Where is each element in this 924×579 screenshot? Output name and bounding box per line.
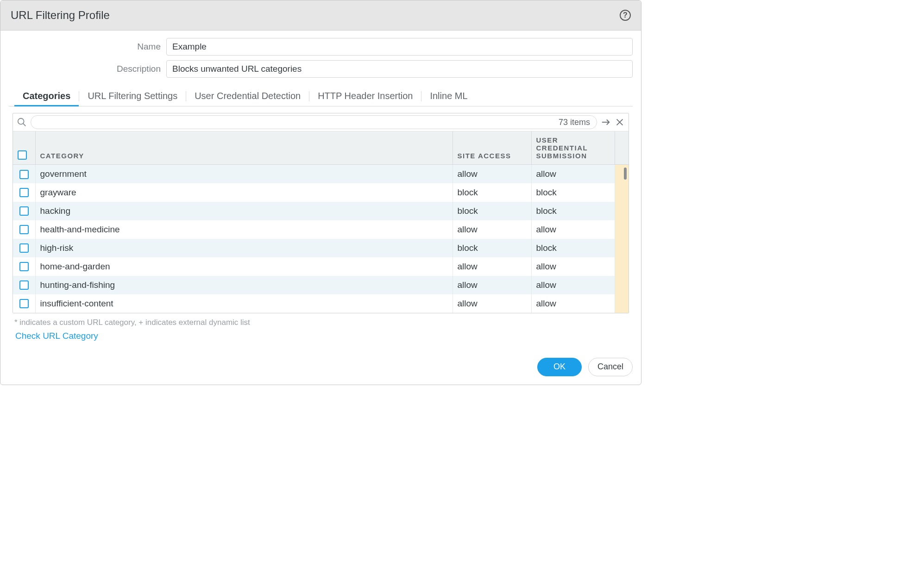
table-row[interactable]: graywareblockblock	[13, 183, 629, 202]
site-access-cell[interactable]: allow	[453, 220, 531, 239]
ok-button[interactable]: OK	[537, 358, 582, 376]
category-cell: insufficient-content	[35, 294, 453, 313]
user-credential-submission-cell[interactable]: block	[531, 239, 615, 257]
category-cell: home-and-garden	[35, 257, 453, 276]
form-row-name: Name	[9, 38, 633, 56]
arrow-right-icon[interactable]	[601, 117, 611, 127]
user-credential-submission-cell[interactable]: block	[531, 202, 615, 220]
tab-categories[interactable]: Categories	[14, 86, 79, 106]
user-credential-submission-cell[interactable]: allow	[531, 276, 615, 294]
search-input[interactable]: 73 items	[31, 115, 597, 129]
site-access-cell[interactable]: allow	[453, 276, 531, 294]
row-select-cell	[13, 165, 35, 183]
clear-icon[interactable]	[615, 117, 625, 127]
site-access-cell[interactable]: allow	[453, 294, 531, 313]
category-cell: hacking	[35, 202, 453, 220]
site-access-cell[interactable]: block	[453, 183, 531, 202]
dialog-body: Name Description Categories URL Filterin…	[0, 31, 641, 350]
site-access-cell[interactable]: allow	[453, 165, 531, 183]
table-row[interactable]: governmentallowallow	[13, 165, 629, 183]
tab-inline-ml[interactable]: Inline ML	[421, 86, 476, 106]
tab-user-credential-detection[interactable]: User Credential Detection	[186, 86, 309, 106]
row-checkbox[interactable]	[19, 206, 29, 216]
table-row[interactable]: insufficient-contentallowallow	[13, 294, 629, 313]
url-filtering-profile-dialog: URL Filtering Profile ? Name Description…	[0, 0, 641, 385]
row-checkbox[interactable]	[19, 299, 29, 308]
scroll-gutter[interactable]	[615, 276, 629, 294]
svg-point-0	[18, 118, 24, 125]
row-checkbox[interactable]	[19, 188, 29, 197]
form-row-description: Description	[9, 60, 633, 78]
row-select-cell	[13, 257, 35, 276]
cancel-button[interactable]: Cancel	[588, 358, 633, 376]
row-select-cell	[13, 183, 35, 202]
row-select-cell	[13, 239, 35, 257]
help-icon[interactable]: ?	[620, 10, 631, 21]
row-select-cell	[13, 276, 35, 294]
tab-url-filtering-settings[interactable]: URL Filtering Settings	[79, 86, 186, 106]
table-row[interactable]: health-and-medicineallowallow	[13, 220, 629, 239]
dialog-header: URL Filtering Profile ?	[0, 0, 641, 31]
site-access-cell[interactable]: block	[453, 239, 531, 257]
search-bar: 73 items	[13, 113, 629, 131]
table-row[interactable]: hunting-and-fishingallowallow	[13, 276, 629, 294]
item-count-label: 73 items	[559, 118, 590, 127]
site-access-cell[interactable]: allow	[453, 257, 531, 276]
name-label: Name	[9, 42, 166, 52]
select-all-checkbox[interactable]	[18, 150, 27, 160]
table-body: governmentallowallowgraywareblockblockha…	[13, 165, 629, 313]
scrollbar-thumb[interactable]	[624, 168, 627, 180]
scroll-gutter[interactable]	[615, 183, 629, 202]
column-header-category[interactable]: CATEGORY	[35, 131, 453, 165]
site-access-cell[interactable]: block	[453, 202, 531, 220]
tab-http-header-insertion[interactable]: HTTP Header Insertion	[309, 86, 421, 106]
row-checkbox[interactable]	[19, 280, 29, 290]
user-credential-submission-cell[interactable]: allow	[531, 257, 615, 276]
category-cell: government	[35, 165, 453, 183]
column-header-scroll	[615, 131, 629, 165]
user-credential-submission-cell[interactable]: allow	[531, 220, 615, 239]
dialog-title: URL Filtering Profile	[11, 9, 110, 22]
search-icon[interactable]	[17, 117, 27, 127]
user-credential-submission-cell[interactable]: allow	[531, 165, 615, 183]
row-checkbox[interactable]	[19, 262, 29, 271]
scroll-gutter[interactable]	[615, 257, 629, 276]
row-select-cell	[13, 220, 35, 239]
check-url-category-link[interactable]: Check URL Category	[9, 329, 104, 350]
table-row[interactable]: hackingblockblock	[13, 202, 629, 220]
scroll-gutter[interactable]	[615, 220, 629, 239]
column-header-select	[13, 131, 35, 165]
dialog-footer: OK Cancel	[0, 350, 641, 385]
scroll-gutter[interactable]	[615, 294, 629, 313]
row-select-cell	[13, 294, 35, 313]
category-table: CATEGORY SITE ACCESS USER CREDENTIAL SUB…	[13, 131, 629, 313]
scroll-gutter[interactable]	[615, 239, 629, 257]
name-input[interactable]	[166, 38, 633, 56]
column-header-site-access[interactable]: SITE ACCESS	[453, 131, 531, 165]
category-table-container: 73 items CATEGOR	[13, 113, 629, 313]
description-label: Description	[9, 64, 166, 74]
table-row[interactable]: home-and-gardenallowallow	[13, 257, 629, 276]
row-checkbox[interactable]	[19, 170, 29, 179]
row-checkbox[interactable]	[19, 225, 29, 234]
user-credential-submission-cell[interactable]: allow	[531, 294, 615, 313]
tabs: Categories URL Filtering Settings User C…	[9, 86, 633, 106]
table-header-row: CATEGORY SITE ACCESS USER CREDENTIAL SUB…	[13, 131, 629, 165]
svg-line-1	[23, 124, 26, 126]
category-cell: hunting-and-fishing	[35, 276, 453, 294]
row-select-cell	[13, 202, 35, 220]
column-header-user-credential-submission[interactable]: USER CREDENTIAL SUBMISSION	[531, 131, 615, 165]
description-input[interactable]	[166, 60, 633, 78]
footnote-text: * indicates a custom URL category, + ind…	[9, 313, 633, 329]
table-row[interactable]: high-riskblockblock	[13, 239, 629, 257]
category-cell: health-and-medicine	[35, 220, 453, 239]
user-credential-submission-cell[interactable]: block	[531, 183, 615, 202]
row-checkbox[interactable]	[19, 243, 29, 253]
category-cell: high-risk	[35, 239, 453, 257]
scroll-gutter[interactable]	[615, 202, 629, 220]
category-cell: grayware	[35, 183, 453, 202]
